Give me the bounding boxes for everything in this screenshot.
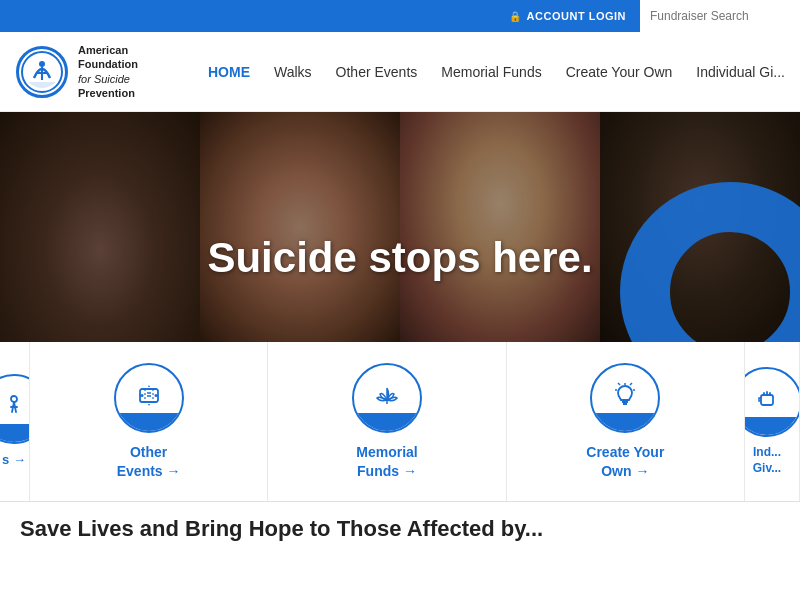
logo-circle [16, 46, 68, 98]
fist-icon [751, 383, 783, 415]
svg-marker-10 [148, 385, 150, 387]
individual-give-label: Ind...Giv... [753, 445, 781, 476]
hero-text-area: Suicide stops here. [207, 234, 592, 282]
account-login-label: ACCOUNT LOGIN [527, 10, 626, 22]
icon-card-create-your-own[interactable]: Create YourOwn → [507, 342, 745, 501]
bottom-section: Save Lives and Bring Hope to Those Affec… [0, 502, 800, 556]
nav-item-memorial-funds[interactable]: Memorial Funds [429, 64, 553, 80]
walks-label: s → [2, 452, 26, 469]
memorial-funds-label: MemorialFunds → [356, 443, 417, 479]
icon-card-memorial-funds[interactable]: MemorialFunds → [268, 342, 506, 501]
lock-icon: 🔒 [509, 11, 522, 22]
create-your-own-icon-circle [590, 363, 660, 433]
nav-item-walks[interactable]: Walks [262, 64, 324, 80]
nav-item-individual-gi[interactable]: Individual Gi... [684, 64, 797, 80]
logo-area[interactable]: American Foundation for Suicide Preventi… [16, 43, 176, 100]
other-events-icon-circle [114, 363, 184, 433]
svg-rect-20 [761, 395, 773, 405]
svg-point-1 [39, 61, 45, 67]
icon-card-individual-give-partial[interactable]: Ind...Giv... [745, 342, 800, 501]
main-nav: HOME Walks Other Events Memorial Funds C… [196, 64, 797, 80]
top-bar: 🔒 ACCOUNT LOGIN [0, 0, 800, 32]
lotus-icon [368, 378, 406, 412]
nav-item-create-your-own[interactable]: Create Your Own [554, 64, 685, 80]
bottom-headline: Save Lives and Bring Hope to Those Affec… [20, 516, 780, 542]
hero-image: Suicide stops here. [0, 112, 800, 342]
icon-card-walks-partial[interactable]: s → [0, 342, 30, 501]
svg-marker-11 [148, 404, 150, 406]
nav-item-other-events[interactable]: Other Events [324, 64, 430, 80]
svg-point-7 [154, 394, 157, 397]
icon-card-other-events[interactable]: OtherEvents → [30, 342, 268, 501]
fundraiser-search-input[interactable] [640, 0, 800, 32]
other-events-label: OtherEvents → [117, 443, 181, 479]
header: American Foundation for Suicide Preventi… [0, 32, 800, 112]
account-login-button[interactable]: 🔒 ACCOUNT LOGIN [495, 10, 640, 22]
logo-svg [20, 50, 64, 94]
svg-line-18 [618, 383, 620, 385]
svg-line-16 [630, 383, 632, 385]
hero-section: Suicide stops here. [0, 112, 800, 342]
create-your-own-label: Create YourOwn → [586, 443, 664, 479]
walk-icon [0, 390, 30, 422]
icon-cards-section: s → OtherEvents → [0, 342, 800, 502]
logo-text: American Foundation for Suicide Preventi… [78, 43, 138, 100]
nav-item-home[interactable]: HOME [196, 64, 262, 80]
svg-point-6 [140, 394, 143, 397]
ticket-icon [132, 378, 166, 412]
lightbulb-icon [608, 378, 642, 412]
memorial-funds-icon-circle [352, 363, 422, 433]
hero-headline: Suicide stops here. [207, 234, 592, 282]
